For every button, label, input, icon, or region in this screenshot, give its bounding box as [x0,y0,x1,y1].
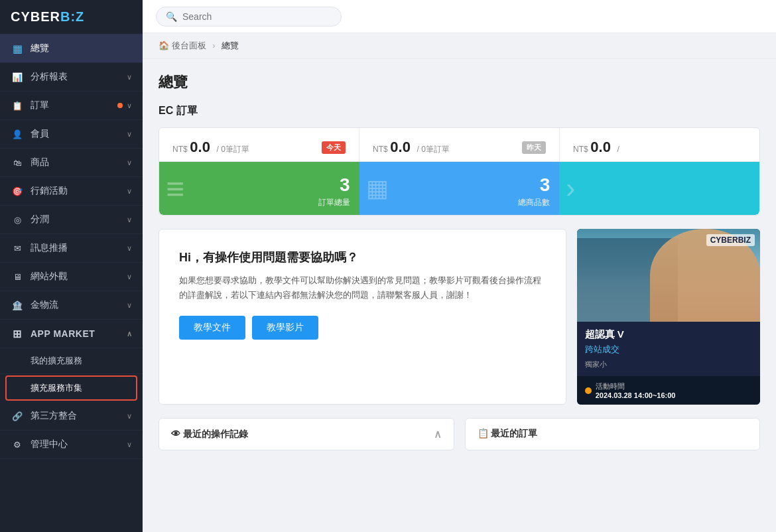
stat-bar-products: ▦ 3 總商品數 [359,162,560,215]
video-button[interactable]: 教學影片 [252,316,318,340]
orders-notification-dot [117,103,123,108]
promo-image: CYBERBIZ [577,229,760,322]
promo-subline: 跨站成交 [585,344,752,356]
help-description: 如果您想要尋求協助，教學文件可以幫助你解決遇到的常見問題；教學影片可觀看後台操作… [179,273,546,302]
search-box[interactable]: 🔍 [156,7,342,27]
app-market-icon: ⊞ [11,327,24,340]
recent-ops-title: 最近的操作記錄 [183,429,248,439]
recent-orders-title: 最近的訂單 [491,428,537,438]
stat-bar-orders: ≡ 3 訂單總量 [159,162,359,215]
my-extensions-label: 我的擴充服務 [31,355,82,367]
segments-icon: ◎ [11,213,24,226]
currency-1: NT$ [172,145,188,154]
chevron-down-icon: ∨ [127,216,132,224]
breadcrumb-icon: 🏠 [159,40,169,50]
stat-label-products: 總商品數 [518,197,550,208]
orders-icon: 📋 [11,99,24,112]
sidebar-label-marketing: 行銷活動 [31,185,127,197]
breadcrumb-parent[interactable]: 後台面板 [172,40,206,50]
stat-label-orders: 訂單總量 [318,197,350,208]
order-card-other: NT$ 0.0 / [560,128,759,161]
order-card-today: NT$ 0.0 / 0筆訂單 今天 [159,128,359,161]
chevron-down-icon: ∨ [127,159,132,167]
sidebar-item-segments[interactable]: ◎ 分潤 ∨ [0,206,143,234]
sidebar-sub-item-extension-market[interactable]: 擴充服務市集 [5,375,137,401]
event-dot [585,387,592,394]
sidebar-item-overview[interactable]: ▦ 總覽 [0,34,143,63]
sidebar-item-members[interactable]: 👤 會員 ∨ [0,120,143,149]
sidebar-item-orders[interactable]: 📋 訂單 ∨ [0,92,143,120]
order-unit-today: / 0筆訂單 [217,145,249,154]
promo-footer: 活動時間 2024.03.28 14:00~16:00 [577,376,760,405]
order-stats-section: NT$ 0.0 / 0筆訂單 今天 NT$ 0.0 / 0筆訂單 [159,127,760,216]
promo-brand: CYBERBIZ [706,234,755,246]
sidebar: CYBERB:Z ▦ 總覽 📊 分析報表 ∨ 📋 訂單 ∨ 👤 會員 ∨ 🛍 商… [0,0,143,532]
currency-2: NT$ [373,145,388,154]
sidebar-label-orders: 訂單 [31,100,117,111]
chevron-down-icon: ∨ [127,244,132,253]
chevron-up-icon: ∧ [127,330,133,338]
appearance-icon: 🖥 [11,270,24,283]
members-icon: 👤 [11,127,24,141]
search-input[interactable] [182,11,315,22]
help-title: Hi，有操作使用問題需要協助嗎？ [179,249,546,265]
sidebar-label-products: 商品 [31,157,127,168]
collapse-icon[interactable]: ∧ [434,428,442,440]
eye-icon: 👁 [171,429,180,439]
sidebar-item-analytics[interactable]: 📊 分析報表 ∨ [0,63,143,92]
extension-market-label: 擴充服務市集 [31,382,82,394]
docs-button[interactable]: 教學文件 [179,316,245,340]
chevron-down-icon: ∨ [127,130,132,139]
admin-icon: ⚙ [11,438,24,451]
sidebar-item-appearance[interactable]: 🖥 網站外觀 ∨ [0,263,143,291]
sidebar-item-logistics[interactable]: 🏦 金物流 ∨ [0,291,143,320]
chevron-down-icon: ∨ [127,273,132,281]
breadcrumb-current: 總覽 [222,40,239,50]
sidebar-label-segments: 分潤 [31,214,127,226]
chevron-down-icon: ∨ [127,301,132,310]
bottom-row: 👁 最近的操作記錄 ∧ 📋 最近的訂單 [159,418,760,450]
logistics-icon: 🏦 [11,299,24,312]
messages-icon: ✉ [11,241,24,255]
stat-number-orders: 3 [340,176,350,194]
sidebar-label-messages: 訊息推播 [31,242,127,254]
chevron-down-icon: ∨ [127,187,132,196]
orders-recent-icon: 📋 [478,428,489,438]
sidebar-item-products[interactable]: 🛍 商品 ∨ [0,149,143,177]
stat-bar-other: › [559,162,759,215]
analytics-icon: 📊 [11,70,24,84]
overview-icon: ▦ [11,42,24,55]
sidebar-item-marketing[interactable]: 🎯 行銷活動 ∨ [0,177,143,206]
topbar: 🔍 [143,0,776,33]
currency-3: NT$ [573,145,588,154]
chevron-down-icon: ∨ [127,101,132,110]
ec-orders-title: EC 訂單 [159,104,760,118]
content-area: 總覽 EC 訂單 NT$ 0.0 / 0筆訂單 今天 [143,59,776,532]
sidebar-item-third-party[interactable]: 🔗 第三方整合 ∨ [0,402,143,431]
sidebar-label-logistics: 金物流 [31,299,127,311]
sidebar-label-members: 會員 [31,128,127,140]
logo: CYBERB:Z [0,0,143,34]
logo-cyber: CYBER [11,9,60,24]
other-bar-icon: › [566,172,575,204]
sidebar-label-appearance: 網站外觀 [31,271,127,283]
event-label: 活動時間 [596,381,676,391]
sidebar-sub-item-my-extensions[interactable]: 我的擴充服務 [0,348,143,374]
sidebar-label-analytics: 分析報表 [31,71,127,83]
recent-ops-card: 👁 最近的操作記錄 ∧ [159,418,454,450]
page-title: 總覽 [159,72,760,92]
promo-small-text: 獨家小 [585,360,752,369]
sidebar-label-overview: 總覽 [31,42,132,54]
third-party-icon: 🔗 [11,409,24,423]
logo-biz: B:Z [60,9,84,24]
products-icon: 🛍 [11,156,24,169]
sidebar-item-messages[interactable]: ✉ 訊息推播 ∨ [0,234,143,263]
order-value-yesterday: 0.0 [390,139,411,155]
sidebar-section-app-market[interactable]: ⊞ APP MARKET ∧ [0,320,143,348]
sidebar-item-admin[interactable]: ⚙ 管理中心 ∨ [0,431,143,459]
sidebar-label-admin: 管理中心 [31,438,127,450]
breadcrumb-separator: › [212,40,215,50]
event-date: 2024.03.28 14:00~16:00 [596,391,676,399]
promo-card: CYBERBIZ 超認真 V 跨站成交 獨家小 活動時間 2024.03.28 … [577,229,760,405]
order-unit-other: / [617,145,619,154]
